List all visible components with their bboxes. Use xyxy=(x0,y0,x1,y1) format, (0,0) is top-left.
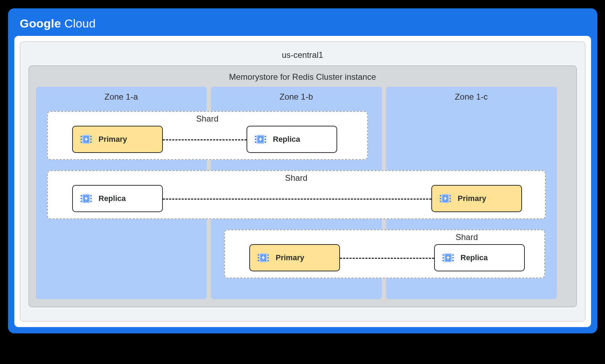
project-container: us-central1 Memorystore for Redis Cluste… xyxy=(14,36,591,327)
shard-3-replica-node: Replica xyxy=(434,244,525,271)
svg-rect-8 xyxy=(255,136,256,137)
zones-wrap: Zone 1-a Zone 1-b Zone 1-c Shard xyxy=(36,87,569,299)
svg-rect-26 xyxy=(440,201,441,202)
svg-rect-27 xyxy=(449,195,451,196)
node-role-label: Replica xyxy=(99,194,126,203)
svg-rect-16 xyxy=(81,195,82,196)
svg-rect-5 xyxy=(90,141,92,143)
svg-rect-44 xyxy=(452,257,454,258)
svg-rect-29 xyxy=(449,201,451,202)
svg-rect-42 xyxy=(443,260,444,261)
svg-rect-19 xyxy=(90,195,92,196)
shard-1-replica-node: Replica xyxy=(247,126,337,153)
node-role-label: Primary xyxy=(458,194,486,203)
zone-c-title: Zone 1-c xyxy=(386,87,557,107)
memorystore-icon xyxy=(254,132,267,146)
node-role-label: Primary xyxy=(276,253,304,262)
svg-rect-4 xyxy=(90,139,92,140)
region-title: us-central1 xyxy=(29,47,577,65)
svg-rect-37 xyxy=(267,260,269,261)
shard-1-label: Shard xyxy=(196,114,218,124)
logo-google: Google xyxy=(20,17,61,30)
shard-2-primary-node: Primary xyxy=(431,185,522,212)
svg-rect-20 xyxy=(90,198,92,199)
svg-rect-12 xyxy=(265,139,266,140)
svg-rect-17 xyxy=(81,198,82,199)
svg-rect-35 xyxy=(267,254,269,256)
svg-rect-3 xyxy=(90,136,92,137)
svg-rect-1 xyxy=(81,139,82,140)
zone-a-title: Zone 1-a xyxy=(36,87,206,107)
svg-rect-45 xyxy=(452,260,454,261)
shard-2-replica-node: Replica xyxy=(72,185,163,212)
shard-3-label: Shard xyxy=(455,232,478,242)
shard-2-label: Shard xyxy=(285,173,307,183)
shard-3: Shard Primary Replica xyxy=(224,230,545,278)
shard-1-primary-node: Primary xyxy=(72,126,163,153)
shard-2: Shard Replica Primary xyxy=(47,170,546,219)
google-cloud-logo: Google Cloud xyxy=(14,15,591,36)
instance-box: Memorystore for Redis Cluster instance Z… xyxy=(29,65,577,307)
instance-title: Memorystore for Redis Cluster instance xyxy=(36,71,569,87)
svg-rect-24 xyxy=(440,195,441,196)
svg-rect-18 xyxy=(81,201,82,202)
svg-rect-43 xyxy=(452,254,454,256)
memorystore-icon xyxy=(79,132,93,146)
shard-2-connector xyxy=(163,199,431,200)
svg-rect-13 xyxy=(265,141,266,143)
node-role-label: Primary xyxy=(99,135,127,144)
svg-rect-33 xyxy=(258,257,259,258)
memorystore-icon xyxy=(256,251,270,265)
memorystore-icon xyxy=(79,192,93,206)
node-role-label: Replica xyxy=(273,135,300,144)
svg-rect-41 xyxy=(443,257,444,258)
svg-rect-25 xyxy=(440,198,441,199)
svg-rect-9 xyxy=(255,139,256,140)
shard-3-connector xyxy=(340,258,434,259)
region-box: us-central1 Memorystore for Redis Cluste… xyxy=(20,41,585,322)
memorystore-icon xyxy=(438,192,452,206)
svg-rect-11 xyxy=(265,136,266,137)
node-role-label: Replica xyxy=(461,253,488,262)
shard-1: Shard Primary Replica xyxy=(47,111,368,160)
svg-rect-32 xyxy=(258,254,259,256)
svg-rect-2 xyxy=(81,141,82,143)
svg-rect-21 xyxy=(90,201,92,202)
svg-rect-40 xyxy=(443,254,444,256)
zone-b-title: Zone 1-b xyxy=(211,87,381,107)
logo-cloud: Cloud xyxy=(64,17,96,30)
memorystore-icon xyxy=(441,251,455,265)
shard-3-primary-node: Primary xyxy=(249,244,340,271)
svg-rect-10 xyxy=(255,141,256,143)
shard-1-connector xyxy=(163,139,247,140)
google-cloud-frame: Google Cloud us-central1 Memorystore for… xyxy=(8,8,597,333)
svg-rect-0 xyxy=(81,136,82,137)
svg-rect-28 xyxy=(449,198,451,199)
svg-rect-34 xyxy=(258,260,259,261)
svg-rect-36 xyxy=(267,257,269,258)
